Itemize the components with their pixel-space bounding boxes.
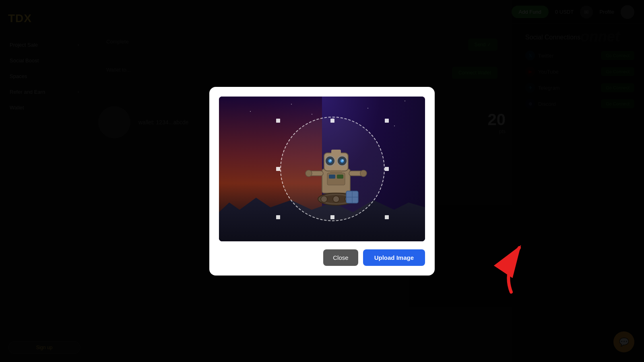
crop-handle-mr[interactable] [385, 167, 389, 171]
crop-handle-bl[interactable] [276, 215, 280, 219]
star-dot [291, 104, 292, 105]
image-crop-modal: Close Upload Image [209, 87, 435, 276]
crop-handle-bc[interactable] [330, 215, 334, 219]
crop-handle-br[interactable] [385, 215, 389, 219]
crop-handle-tr[interactable] [385, 119, 389, 123]
modal-buttons: Close Upload Image [219, 249, 425, 266]
upload-image-button[interactable]: Upload Image [363, 249, 425, 266]
crop-area[interactable] [219, 97, 425, 241]
star-dot [394, 125, 395, 126]
arrow-svg [483, 240, 535, 296]
crop-circle-indicator [280, 117, 385, 221]
arrow-annotation [483, 240, 535, 298]
modal-overlay: Close Upload Image [0, 0, 644, 362]
crop-handle-tc[interactable] [330, 119, 334, 123]
close-button[interactable]: Close [323, 249, 358, 266]
star-dot [250, 111, 251, 112]
crop-handle-tl[interactable] [276, 119, 280, 123]
crop-handle-ml[interactable] [276, 167, 280, 171]
